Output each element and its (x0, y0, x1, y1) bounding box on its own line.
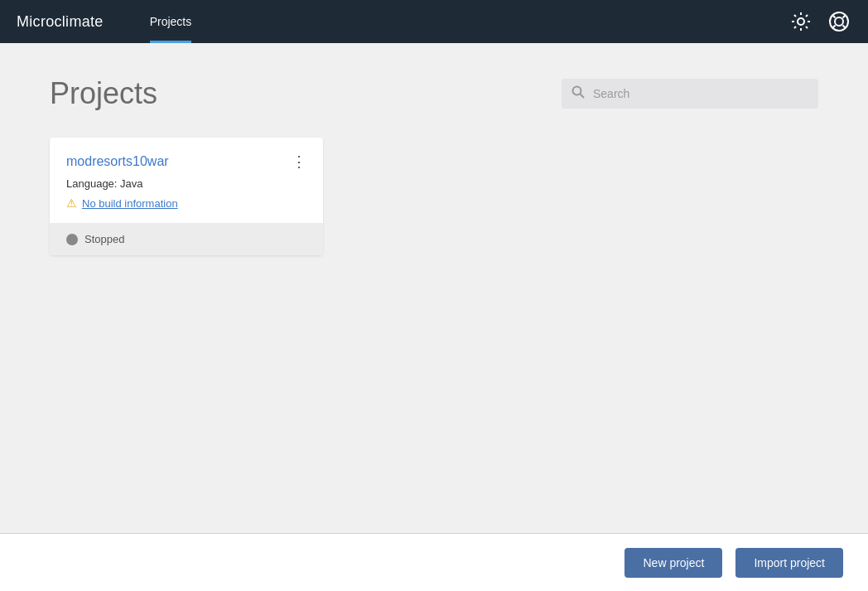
project-card-footer: Stopped (50, 223, 323, 255)
status-text: Stopped (84, 233, 124, 245)
nav-menu: Projects (137, 0, 788, 43)
project-title-link[interactable]: modresorts10war (66, 154, 169, 169)
project-menu-button[interactable]: ⋮ (287, 151, 311, 172)
svg-line-5 (843, 15, 846, 17)
help-icon[interactable] (827, 9, 851, 34)
warning-icon: ⚠ (66, 196, 77, 210)
main-content: Projects modresorts10war ⋮ Language: Jav… (0, 43, 868, 533)
projects-grid: modresorts10war ⋮ Language: Java ⚠ No bu… (50, 138, 818, 255)
project-language: Language: Java (66, 177, 306, 190)
status-dot (66, 234, 78, 245)
search-input[interactable] (562, 79, 818, 109)
project-card: modresorts10war ⋮ Language: Java ⚠ No bu… (50, 138, 323, 255)
svg-point-0 (798, 18, 804, 25)
brand-logo: Microclimate (17, 13, 104, 31)
settings-icon[interactable] (788, 9, 813, 34)
nav-item-projects[interactable]: Projects (137, 0, 205, 43)
project-build-info: ⚠ No build information (66, 196, 306, 210)
page-title: Projects (50, 76, 157, 111)
svg-line-3 (832, 15, 835, 17)
page-header: Projects (50, 76, 818, 111)
project-card-body: modresorts10war ⋮ Language: Java ⚠ No bu… (50, 138, 323, 223)
import-project-button[interactable]: Import project (735, 548, 843, 578)
new-project-button[interactable]: New project (624, 548, 722, 578)
svg-line-4 (843, 26, 846, 28)
navbar: Microclimate Projects (0, 0, 868, 43)
build-info-link[interactable]: No build information (82, 197, 178, 210)
svg-line-6 (832, 26, 835, 28)
navbar-icons (788, 9, 851, 34)
svg-point-2 (835, 17, 843, 26)
search-container (562, 79, 818, 109)
bottom-bar: New project Import project (0, 533, 868, 591)
